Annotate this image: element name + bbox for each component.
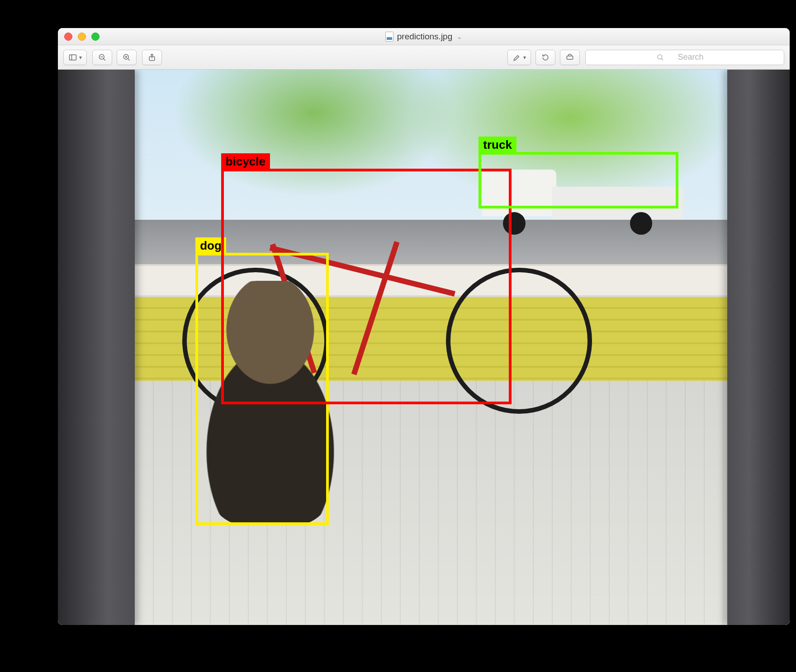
svg-point-11: [658, 55, 662, 59]
zoom-in-button[interactable]: [117, 50, 137, 65]
title-dropdown-chevron-icon[interactable]: ⌄: [457, 33, 462, 40]
window-controls: [64, 33, 100, 41]
close-button[interactable]: [64, 33, 72, 41]
svg-line-6: [128, 58, 130, 60]
sidebar-toggle-button[interactable]: ▾: [63, 50, 87, 65]
window-title: predictions.jpg ⌄: [385, 32, 463, 42]
detection-label: bicycle: [221, 153, 270, 170]
detection-box-truck: truck: [479, 152, 678, 208]
svg-line-3: [104, 58, 105, 60]
search-input[interactable]: [668, 52, 713, 62]
zoom-group: [92, 50, 137, 65]
markup-group: ▾: [507, 50, 580, 65]
rotate-button[interactable]: [535, 50, 555, 65]
toolbar: ▾: [58, 45, 790, 70]
zoom-button[interactable]: [91, 33, 100, 41]
markup-toolbar-button[interactable]: [560, 50, 580, 65]
titlebar: predictions.jpg ⌄: [58, 28, 790, 45]
detection-label: truck: [479, 137, 516, 154]
document-icon: [385, 32, 393, 42]
detection-box-bicycle: bicycle: [221, 169, 512, 405]
chevron-down-icon: ▾: [79, 54, 82, 61]
search-field[interactable]: [585, 50, 784, 65]
chevron-down-icon: ▾: [523, 54, 526, 61]
zoom-out-button[interactable]: [92, 50, 112, 65]
svg-line-12: [662, 58, 663, 60]
image-viewport[interactable]: dogbicycletruck: [58, 70, 790, 625]
svg-rect-0: [70, 55, 76, 60]
preview-window: predictions.jpg ⌄ ▾: [58, 28, 790, 625]
search-icon: [656, 53, 664, 62]
highlight-button[interactable]: ▾: [507, 50, 531, 65]
minimize-button[interactable]: [78, 33, 86, 41]
svg-rect-10: [567, 56, 573, 59]
window-title-text: predictions.jpg: [397, 32, 453, 42]
share-button[interactable]: [142, 50, 162, 65]
